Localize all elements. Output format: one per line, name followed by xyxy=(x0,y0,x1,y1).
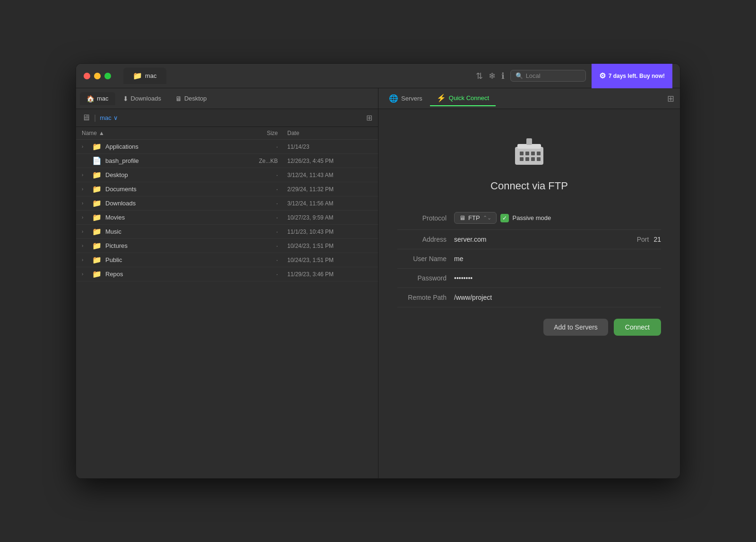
ftp-content: Connect via FTP Protocol 🖥 FTP ⌃⌄ xyxy=(378,109,680,478)
tab-downloads[interactable]: ⬇ Downloads xyxy=(116,92,168,105)
username-label: User Name xyxy=(397,255,454,263)
svg-rect-6 xyxy=(525,157,529,161)
password-row: Password xyxy=(397,269,661,288)
passive-mode: ✓ Passive mode xyxy=(500,214,551,222)
tab-desktop[interactable]: 🖥 Desktop xyxy=(169,92,214,105)
window-title-tab: 📁 mac xyxy=(123,68,166,84)
tab-servers[interactable]: 🌐 Servers xyxy=(382,91,429,106)
right-tabs: 🌐 Servers ⚡ Quick Connect ⊞ xyxy=(378,88,680,109)
file-name: Pictures xyxy=(105,242,128,249)
username-input[interactable] xyxy=(454,255,661,263)
address-input[interactable] xyxy=(454,236,632,243)
ftp-panel: Connect via FTP Protocol 🖥 FTP ⌃⌄ xyxy=(378,109,680,478)
tab-downloads-label: Downloads xyxy=(131,95,161,102)
info-icon[interactable]: ℹ xyxy=(501,71,505,81)
main-content: 🖥 | mac ∨ ⊞ Name ▲ Size Date › xyxy=(76,109,680,478)
file-row-name: › 📁 Desktop xyxy=(82,170,245,179)
add-to-servers-button[interactable]: Add to Servers xyxy=(543,319,608,336)
chevron-icon: › xyxy=(82,144,88,149)
svg-rect-9 xyxy=(537,157,541,161)
folder-icon: 📁 xyxy=(133,71,142,80)
file-panel: 🖥 | mac ∨ ⊞ Name ▲ Size Date › xyxy=(76,109,378,478)
chevron-icon: › xyxy=(82,215,88,220)
file-size: · xyxy=(245,243,287,249)
folder-icon: 📁 xyxy=(92,227,102,236)
transfer-icon[interactable]: ⇅ xyxy=(476,71,483,81)
protocol-selector-button[interactable]: 🖥 FTP ⌃⌄ xyxy=(454,212,497,224)
file-date: 10/24/23, 1:51 PM xyxy=(287,257,372,263)
file-date: 11/1/23, 10:43 PM xyxy=(287,229,372,235)
sync-icon[interactable]: ❄ xyxy=(489,71,496,81)
file-date: 10/27/23, 9:59 AM xyxy=(287,214,372,221)
tab-desktop-label: Desktop xyxy=(184,95,207,102)
list-item[interactable]: › 📁 Movies · 10/27/23, 9:59 AM xyxy=(76,211,378,225)
breadcrumb-label: mac xyxy=(100,114,112,121)
file-row-name: › 📁 Repos xyxy=(82,270,245,279)
maximize-button[interactable] xyxy=(104,73,111,79)
list-item[interactable]: › 📁 Documents · 2/29/24, 11:32 PM xyxy=(76,182,378,196)
window-title: mac xyxy=(145,72,157,79)
chevron-icon: › xyxy=(82,186,88,192)
protocol-ftp-icon: 🖥 xyxy=(459,214,465,221)
download-icon: ⬇ xyxy=(123,95,129,102)
tab-servers-label: Servers xyxy=(401,95,422,102)
folder-icon: 📁 xyxy=(92,185,102,194)
passive-mode-label: Passive mode xyxy=(513,214,551,221)
title-bar: 📁 mac ⇅ ❄ ℹ 🔍 Local ⚙ 7 days left. Buy n… xyxy=(76,64,680,88)
search-box[interactable]: 🔍 Local xyxy=(510,70,586,82)
file-size: · xyxy=(245,271,287,278)
list-item[interactable]: › 📁 Repos · 11/29/23, 3:46 PM xyxy=(76,267,378,281)
list-item[interactable]: › 📁 Music · 11/1/23, 10:43 PM xyxy=(76,225,378,239)
svg-rect-10 xyxy=(526,138,532,145)
file-date: 11/29/23, 3:46 PM xyxy=(287,271,372,278)
list-item[interactable]: › 📁 Applications · 11/14/23 xyxy=(76,140,378,154)
password-input[interactable] xyxy=(454,274,661,282)
svg-rect-4 xyxy=(531,152,535,155)
file-size: · xyxy=(245,186,287,193)
list-item[interactable]: › 📁 Pictures · 10/24/23, 1:51 PM xyxy=(76,239,378,253)
tab-mac-label: mac xyxy=(97,95,109,102)
panel-grid-icon[interactable]: ⊞ xyxy=(366,113,372,122)
sort-asc-icon: ▲ xyxy=(99,130,104,136)
close-button[interactable] xyxy=(84,73,90,79)
file-date: 3/12/24, 11:43 AM xyxy=(287,172,372,178)
folder-icon: 📁 xyxy=(92,270,102,279)
title-bar-right: ⇅ ❄ ℹ 🔍 Local ⚙ 7 days left. Buy now! xyxy=(476,64,680,88)
list-item[interactable]: › 📁 Downloads · 3/12/24, 11:56 AM xyxy=(76,196,378,211)
port-label: Port xyxy=(632,236,654,243)
svg-rect-8 xyxy=(537,152,541,155)
gear-icon: ⚙ xyxy=(599,71,606,80)
chevron-icon: › xyxy=(82,257,88,263)
minimize-button[interactable] xyxy=(94,73,101,79)
home-icon: 🏠 xyxy=(86,95,94,102)
list-item[interactable]: › 📁 Public · 10/24/23, 1:51 PM xyxy=(76,253,378,267)
col-name-label: Name xyxy=(82,130,97,136)
tab-mac[interactable]: 🏠 mac xyxy=(80,92,115,105)
file-name: Public xyxy=(105,256,122,263)
left-tabs: 🏠 mac ⬇ Downloads 🖥 Desktop xyxy=(76,88,378,109)
address-label: Address xyxy=(397,236,454,243)
svg-rect-5 xyxy=(520,157,524,161)
tab-bar: 🏠 mac ⬇ Downloads 🖥 Desktop 🌐 Servers ⚡ … xyxy=(76,88,680,109)
file-row-name: 📄 bash_profile xyxy=(82,156,245,165)
passive-mode-checkbox[interactable]: ✓ xyxy=(500,214,509,222)
file-date: 10/24/23, 1:51 PM xyxy=(287,243,372,249)
file-row-name: › 📁 Movies xyxy=(82,213,245,222)
file-name: Downloads xyxy=(105,200,136,207)
chevron-icon: › xyxy=(82,229,88,234)
file-size: Ze...KB xyxy=(245,158,287,164)
chevron-down-icon: ∨ xyxy=(113,114,118,121)
connect-button[interactable]: Connect xyxy=(614,319,661,336)
folder-icon: 📁 xyxy=(92,199,102,208)
list-item[interactable]: › 📁 Desktop · 3/12/24, 11:43 AM xyxy=(76,168,378,182)
tab-quick-connect[interactable]: ⚡ Quick Connect xyxy=(430,91,496,106)
file-name: Music xyxy=(105,228,121,235)
folder-icon: 📁 xyxy=(92,142,102,151)
file-date: 3/12/24, 11:56 AM xyxy=(287,200,372,207)
protocol-selector: 🖥 FTP ⌃⌄ ✓ Passive mode xyxy=(454,212,661,224)
breadcrumb[interactable]: mac ∨ xyxy=(100,114,118,121)
trial-badge[interactable]: ⚙ 7 days left. Buy now! xyxy=(592,64,672,88)
grid-icon[interactable]: ⊞ xyxy=(667,93,674,104)
list-item[interactable]: 📄 bash_profile Ze...KB 12/26/23, 4:45 PM xyxy=(76,154,378,168)
remote-path-input[interactable] xyxy=(454,294,661,301)
